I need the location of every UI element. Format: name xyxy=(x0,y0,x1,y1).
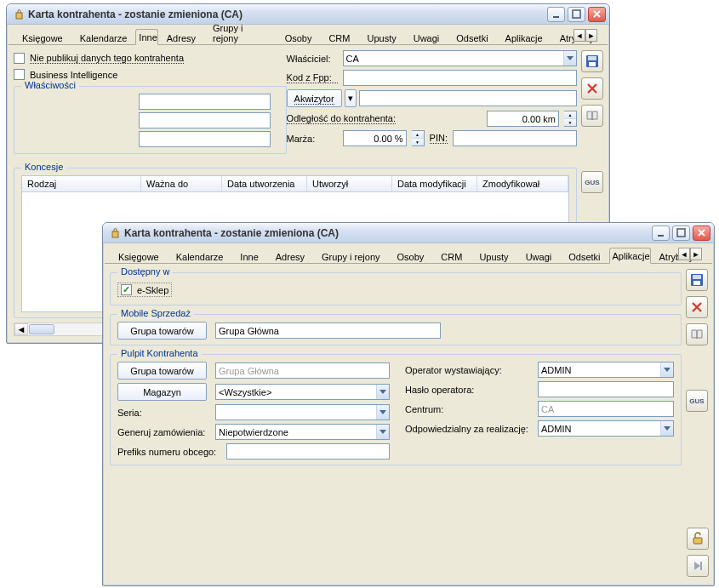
scroll-left[interactable]: ◄ xyxy=(14,323,28,335)
delete-button[interactable] xyxy=(581,77,603,100)
col-utworzyl[interactable]: Utworzył xyxy=(307,176,392,191)
tab-scroll: ◄ ► xyxy=(573,29,597,42)
tab-odsetki[interactable]: Odsetki xyxy=(448,30,496,45)
akwizytor-dropdown-button[interactable]: ▾ xyxy=(345,89,357,107)
delete-button[interactable] xyxy=(686,296,708,318)
wlasc-field-3[interactable] xyxy=(139,131,271,147)
gus-label: GUS xyxy=(585,179,599,186)
maximize-button[interactable] xyxy=(568,7,585,22)
fieldset-wlasciwosci: Właściwości xyxy=(14,86,287,154)
save-button[interactable] xyxy=(686,269,708,291)
gus-button[interactable]: GUS xyxy=(581,171,603,193)
tab-osoby[interactable]: Osoby xyxy=(277,30,321,45)
wlasc-field-2[interactable] xyxy=(139,112,271,128)
checkbox-esklep[interactable]: e-Sklep xyxy=(117,283,172,297)
checkbox-bi[interactable]: Business Intelligence xyxy=(14,69,117,80)
col-rodzaj[interactable]: Rodzaj xyxy=(22,176,141,191)
tab-aplikacje[interactable]: Aplikacje xyxy=(497,30,551,45)
tab-osoby[interactable]: Osoby xyxy=(389,248,433,264)
input-pin[interactable] xyxy=(453,130,577,146)
tab-scroll-right[interactable]: ► xyxy=(585,29,597,42)
tab-scroll-left[interactable]: ◄ xyxy=(573,29,585,42)
minimize-button[interactable] xyxy=(652,225,670,241)
tab-aplikacje[interactable]: Aplikacje xyxy=(609,248,651,264)
select-generuj[interactable]: Niepotwierdzone xyxy=(215,424,390,440)
window-icon xyxy=(111,227,120,238)
select-seria[interactable] xyxy=(215,404,390,420)
tab-upusty[interactable]: Upusty xyxy=(471,248,516,264)
input-haslo[interactable] xyxy=(538,381,674,397)
tab-uwagi[interactable]: Uwagi xyxy=(517,248,561,264)
book-button[interactable] xyxy=(686,323,708,345)
close-button[interactable] xyxy=(693,225,710,241)
tab-adresy[interactable]: Adresy xyxy=(158,30,204,45)
select-wlasciciel[interactable]: CA xyxy=(343,50,577,66)
label-odleglosc: Odległość do kontrahenta: xyxy=(287,113,396,124)
tab-scroll-right[interactable]: ► xyxy=(690,248,702,260)
grupa-towarow-button[interactable]: Grupa towarów xyxy=(117,322,207,340)
svg-rect-12 xyxy=(693,538,702,544)
svg-rect-7 xyxy=(658,235,664,237)
tab-crm[interactable]: CRM xyxy=(320,30,358,45)
col-zmod[interactable]: Zmodyfikował xyxy=(477,176,568,191)
tab-adresy[interactable]: Adresy xyxy=(267,248,313,264)
tab-kalendarze[interactable]: Kalendarze xyxy=(168,248,232,264)
sidebar-bottom xyxy=(687,528,709,577)
close-button[interactable] xyxy=(588,7,606,22)
tab-odsetki[interactable]: Odsetki xyxy=(560,248,608,264)
save-button[interactable] xyxy=(581,50,603,72)
unlock-button[interactable] xyxy=(687,528,709,550)
input-akwizytor[interactable] xyxy=(359,90,577,106)
gus-button[interactable]: GUS xyxy=(686,390,708,412)
titlebar[interactable]: Karta kontrahenta - zostanie zmieniona (… xyxy=(103,223,714,243)
svg-rect-6 xyxy=(112,231,118,237)
tab-grupy[interactable]: Grupy i rejony xyxy=(313,248,388,264)
col-datam[interactable]: Data modyfikacji xyxy=(392,176,477,191)
input-prefiks[interactable] xyxy=(226,443,390,460)
grupa-towarow-button[interactable]: Grupa towarów xyxy=(117,362,207,380)
wlasc-field-1[interactable] xyxy=(139,94,271,110)
input-kod[interactable] xyxy=(343,70,577,86)
input-odleglosc[interactable] xyxy=(487,111,559,127)
tab-grupy[interactable]: Grupy i rejony xyxy=(204,20,277,45)
tab-scroll-left[interactable]: ◄ xyxy=(678,248,690,260)
label-pin: PIN: xyxy=(430,133,448,144)
tab-ksiegowe[interactable]: Księgowe xyxy=(110,248,168,264)
tab-inne[interactable]: Inne xyxy=(135,29,157,45)
tab-ksiegowe[interactable]: Księgowe xyxy=(14,30,71,45)
fieldset-mobile: Mobile Sprzedaż Grupa towarów xyxy=(110,314,682,345)
col-datau[interactable]: Data utworzenia xyxy=(222,176,307,191)
label-haslo: Hasło operatora: xyxy=(405,385,533,395)
select-odpow[interactable]: ADMIN xyxy=(538,420,674,437)
input-marza[interactable] xyxy=(343,130,407,146)
tab-scroll: ◄ ► xyxy=(678,248,702,260)
select-value: Niepotwierdzone xyxy=(219,427,288,437)
content-aplikacje: Dostępny w e-Sklep Mobile Sprzedaż Grupa… xyxy=(110,269,682,579)
goto-end-button[interactable] xyxy=(687,555,709,577)
label-operator: Operator wystawiający: xyxy=(405,365,533,375)
tab-crm[interactable]: CRM xyxy=(432,248,471,264)
select-operator[interactable]: ADMIN xyxy=(538,362,674,378)
tab-uwagi[interactable]: Uwagi xyxy=(405,30,448,45)
cb-label: Business Intelligence xyxy=(30,70,117,80)
checkbox-niepublikuj[interactable]: Nie publikuj danych tego kontrahenta xyxy=(14,53,184,64)
maximize-button[interactable] xyxy=(672,225,690,241)
col-wazna[interactable]: Ważna do xyxy=(141,176,222,191)
akwizytor-button[interactable]: Akwizytor xyxy=(287,89,342,107)
select-magazyn[interactable]: <Wszystkie> xyxy=(215,384,390,400)
scroll-thumb[interactable] xyxy=(29,324,54,334)
tab-inne[interactable]: Inne xyxy=(231,248,266,264)
minimize-button[interactable] xyxy=(547,7,565,22)
input-grupa-mobile[interactable] xyxy=(215,323,441,339)
tab-upusty[interactable]: Upusty xyxy=(358,30,404,45)
spinner-odleglosc[interactable]: ▲▼ xyxy=(564,111,577,127)
book-button[interactable] xyxy=(581,105,603,127)
spinner-marza[interactable]: ▲▼ xyxy=(412,130,425,146)
input-centrum[interactable] xyxy=(538,401,674,417)
magazyn-button[interactable]: Magazyn xyxy=(117,383,207,401)
input-grupa-pulpit[interactable] xyxy=(215,363,390,379)
svg-rect-10 xyxy=(693,275,701,279)
titlebar[interactable]: Karta kontrahenta - zostanie zmieniona (… xyxy=(7,4,609,25)
tab-kalendarze[interactable]: Kalendarze xyxy=(71,30,136,45)
cb-label: e-Sklep xyxy=(137,285,168,295)
